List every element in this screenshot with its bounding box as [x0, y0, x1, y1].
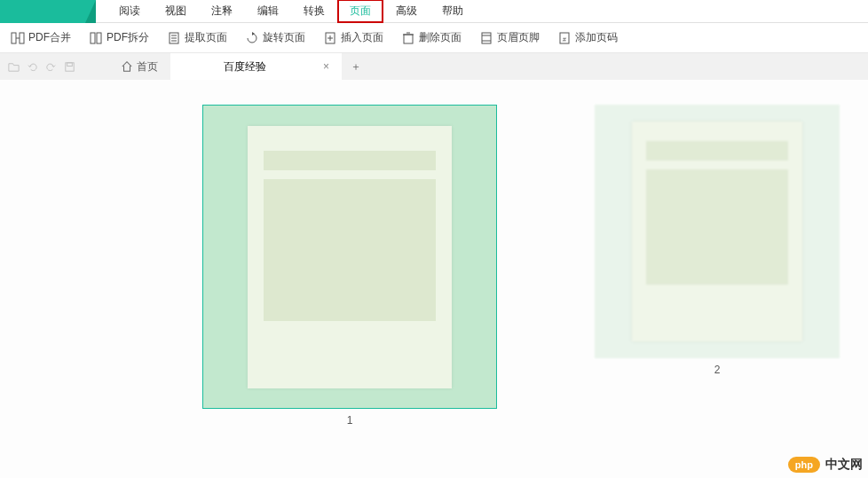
- header-footer-icon: [479, 31, 493, 45]
- svg-rect-0: [12, 33, 16, 43]
- menu-view[interactable]: 视图: [153, 0, 199, 23]
- menu-help[interactable]: 帮助: [430, 0, 476, 23]
- app-logo-block: [0, 0, 96, 23]
- pdf-split-button[interactable]: PDF拆分: [80, 23, 158, 53]
- page-number-label: 2: [714, 364, 721, 376]
- svg-rect-6: [404, 35, 413, 43]
- pagenum-icon: #: [557, 31, 572, 45]
- menu-convert[interactable]: 转换: [291, 0, 337, 23]
- redo-icon[interactable]: [44, 60, 58, 74]
- add-tab-button[interactable]: ＋: [342, 59, 370, 74]
- close-tab-button[interactable]: ×: [320, 60, 333, 73]
- watermark: php 中文网: [788, 457, 863, 473]
- header-footer-label: 页眉页脚: [497, 30, 540, 45]
- page-thumbnails-workspace: 1 2 php 中文网: [0, 80, 868, 478]
- page-thumbnail-1[interactable]: [202, 105, 497, 409]
- open-icon[interactable]: [7, 60, 20, 74]
- extract-icon: [167, 31, 181, 45]
- delete-page-label: 删除页面: [419, 30, 462, 45]
- page-content-block: [264, 151, 436, 170]
- page-preview: [248, 126, 452, 388]
- home-tab[interactable]: 首页: [108, 53, 170, 80]
- document-tab[interactable]: 百度经验 ×: [170, 53, 342, 80]
- menu-edit[interactable]: 编辑: [245, 0, 291, 23]
- rotate-icon: [245, 31, 259, 45]
- tabbar: 首页 百度经验 × ＋: [0, 53, 868, 80]
- watermark-text: 中文网: [825, 457, 863, 473]
- page-number-label: 1: [347, 414, 353, 427]
- menu-page[interactable]: 页面: [337, 0, 383, 23]
- quick-access-toolbar: [0, 53, 83, 80]
- pdf-split-label: PDF拆分: [107, 30, 149, 45]
- svg-rect-2: [91, 33, 95, 43]
- menubar-items: 阅读 视图 注释 编辑 转换 页面 高级 帮助: [96, 0, 476, 23]
- page-thumbnail-2[interactable]: [595, 105, 840, 358]
- delete-icon: [401, 31, 415, 45]
- page-thumbnail-wrap: 2: [595, 105, 840, 376]
- logo-corner-decoration: [85, 0, 96, 23]
- add-pagenum-button[interactable]: # 添加页码: [548, 23, 627, 53]
- add-pagenum-label: 添加页码: [575, 30, 618, 45]
- menu-read[interactable]: 阅读: [107, 0, 153, 23]
- home-tab-label: 首页: [137, 59, 158, 74]
- header-footer-button[interactable]: 页眉页脚: [470, 23, 548, 53]
- page-content-block: [264, 179, 436, 321]
- extract-page-button[interactable]: 提取页面: [158, 23, 236, 53]
- svg-rect-11: [67, 62, 73, 66]
- pdf-merge-button[interactable]: PDF合并: [2, 23, 80, 53]
- page-content-block: [646, 169, 788, 285]
- pages-row: 1 2: [0, 80, 868, 427]
- svg-rect-7: [482, 33, 491, 43]
- pdf-merge-label: PDF合并: [28, 30, 71, 45]
- extract-page-label: 提取页面: [185, 30, 227, 45]
- rotate-page-label: 旋转页面: [263, 30, 305, 45]
- page-preview: [632, 121, 802, 341]
- menubar: 阅读 视图 注释 编辑 转换 页面 高级 帮助: [0, 0, 868, 23]
- menu-advanced[interactable]: 高级: [383, 0, 430, 23]
- page-toolbar: PDF合并 PDF拆分 提取页面 旋转页面 插入页面 删除页面 页眉页脚 # 添…: [0, 23, 868, 53]
- svg-rect-1: [20, 33, 24, 43]
- watermark-badge: php: [788, 457, 820, 473]
- insert-page-label: 插入页面: [341, 30, 383, 45]
- document-tab-title: 百度经验: [224, 59, 266, 74]
- page-thumbnail-wrap: 1: [202, 105, 497, 427]
- insert-page-button[interactable]: 插入页面: [314, 23, 392, 53]
- svg-rect-3: [97, 33, 101, 43]
- menu-annotate[interactable]: 注释: [199, 0, 245, 23]
- save-icon[interactable]: [63, 60, 76, 74]
- page-content-block: [646, 141, 788, 161]
- undo-icon[interactable]: [26, 60, 39, 74]
- home-icon: [121, 60, 133, 73]
- svg-text:#: #: [563, 36, 566, 43]
- insert-icon: [323, 31, 337, 45]
- delete-page-button[interactable]: 删除页面: [392, 23, 470, 53]
- merge-icon: [11, 31, 25, 45]
- split-icon: [89, 31, 103, 45]
- rotate-page-button[interactable]: 旋转页面: [236, 23, 314, 53]
